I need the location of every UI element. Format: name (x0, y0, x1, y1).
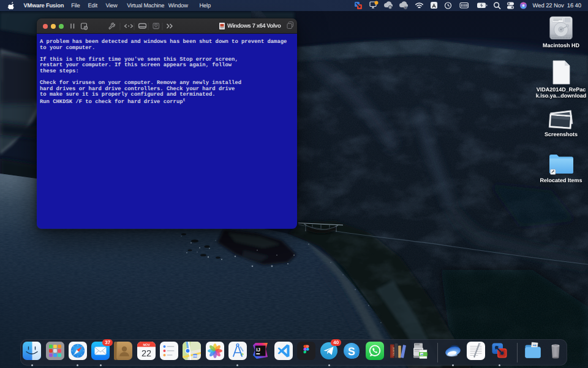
svg-text:CALIBRE: CALIBRE (393, 347, 395, 356)
svg-text:IJ: IJ (257, 347, 261, 353)
svg-text:22: 22 (141, 349, 151, 359)
svg-text:S: S (348, 345, 355, 358)
svg-text:280: 280 (193, 355, 198, 358)
svg-text:NOV: NOV (143, 343, 150, 347)
svg-text:40: 40 (404, 6, 407, 9)
